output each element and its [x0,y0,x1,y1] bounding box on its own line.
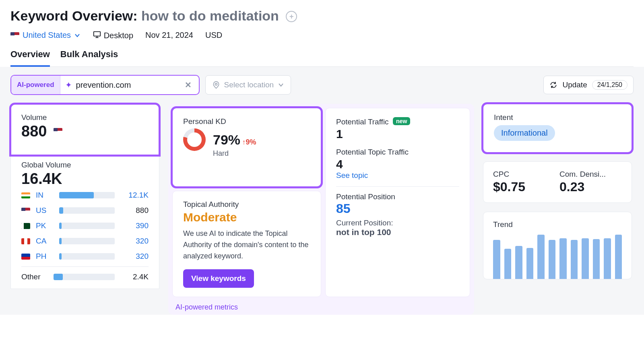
chevron-down-icon [278,82,284,88]
desktop-icon [93,30,101,39]
ai-metrics-panel: Personal KD 79% ↑9% Hard Topi [168,104,474,315]
domain-input[interactable]: prevention.com [76,80,131,90]
volume-card: Volume 880 Global Volume 16.4K IN 12.1K … [10,104,159,289]
refresh-icon [549,81,557,89]
potential-topic-traffic-value: 4 [336,157,459,171]
country-row[interactable]: CA 320 [21,233,149,249]
cpc-card: CPC $0.75 Com. Densi... 0.23 [483,161,632,203]
us-flag-icon [54,128,62,134]
potential-traffic-value: 1 [336,127,459,141]
country-volume: 12.1K [120,191,149,200]
volume-bar [59,207,115,214]
svg-point-1 [215,83,217,85]
topical-authority-card: Topical Authority Moderate We use AI to … [172,191,321,297]
volume-value: 880 [21,123,149,140]
ta-label: Topical Authority [183,200,310,209]
country-row[interactable]: PH 320 [21,249,149,264]
sparkle-icon: ✦ [65,80,72,90]
trend-bar [571,240,578,279]
intent-card: Intent Informational [483,104,632,153]
trend-bar [593,239,600,279]
currency-label: USD [205,31,222,40]
clear-domain-button[interactable]: ✕ [182,80,194,90]
country-row[interactable]: IN 12.1K [21,188,149,203]
trend-bar [537,235,545,279]
flag-icon [21,208,30,214]
potential-position-value: 85 [336,201,459,216]
trend-card: Trend [483,212,632,279]
volume-bar [59,223,115,229]
personal-kd-label: Personal KD [183,117,310,126]
see-topic-link[interactable]: See topic [336,171,368,180]
country-code: IN [36,191,54,200]
flag-icon [21,254,30,260]
update-count: 24/1,250 [592,80,627,90]
potential-traffic-label: Potential Traffic [336,118,389,126]
kd-delta: ↑9% [242,138,256,146]
personal-kd-card: Personal KD 79% ↑9% Hard [172,108,321,187]
divider [21,266,149,267]
intent-chip[interactable]: Informational [494,125,555,141]
country-code: CA [36,237,54,246]
com-density-value: 0.23 [559,180,622,194]
flag-icon [21,192,30,198]
tab-overview[interactable]: Overview [10,49,50,67]
kd-difficulty: Hard [213,149,310,158]
domain-input-group: AI-powered ✦ prevention.com ✕ [10,75,200,95]
tab-bulk-analysis[interactable]: Bulk Analysis [60,49,118,67]
current-position-label: Current Position: [336,219,459,227]
current-position-value: not in top 100 [336,227,459,237]
new-badge: new [393,117,410,125]
trend-bar [493,240,500,279]
country-other-row: Other 2.4K [21,269,149,285]
global-volume-label: Global Volume [21,161,149,169]
us-flag-icon [10,32,19,38]
potential-topic-traffic-label: Potential Topic Traffic [336,148,459,157]
potential-traffic-card: Potential Traffic new 1 Potential Topic … [325,108,470,297]
device-selector[interactable]: Desktop [93,30,133,40]
trend-bar [549,240,556,279]
flag-icon [21,238,30,244]
kd-percent: 79% [213,132,240,147]
potential-position-label: Potential Position [336,192,459,201]
trend-bar [515,246,522,279]
ai-metrics-footer: AI-powered metrics [175,303,238,312]
volume-bar [59,238,115,244]
header-keyword: how to do meditation [141,8,279,23]
kd-donut-chart [183,128,206,151]
country-row[interactable]: US 880 [21,203,149,218]
country-code: PK [36,221,54,230]
add-keyword-button[interactable]: + [286,11,297,22]
com-density-label: Com. Densi... [559,170,622,179]
ai-powered-chip: AI-powered [11,76,60,94]
country-row[interactable]: PK 390 [21,218,149,233]
country-volume: 390 [120,221,149,230]
location-selector[interactable]: Select location [205,75,291,95]
cpc-value: $0.75 [493,180,555,194]
ta-value: Moderate [183,211,310,224]
view-keywords-button[interactable]: View keywords [183,269,254,288]
flag-icon [21,223,30,229]
trend-bar [582,238,589,279]
trend-bar [504,249,512,279]
cpc-label: CPC [493,170,555,179]
country-volume: 320 [120,237,149,246]
country-selector[interactable]: United States [10,31,80,40]
country-code: PH [36,252,54,261]
trend-label: Trend [493,220,622,229]
date-label: Nov 21, 2024 [145,31,193,40]
country-volume: 880 [120,206,149,215]
page-title: Keyword Overview: how to do meditation + [10,8,634,24]
update-button[interactable]: Update 24/1,250 [543,76,634,94]
divider [336,186,459,187]
trend-bar [604,238,611,279]
country-code: US [36,206,54,215]
location-pin-icon [212,81,220,89]
volume-bar [59,192,115,198]
trend-bar [559,238,567,279]
trend-bar [526,248,534,279]
global-volume-value: 16.4K [21,170,149,188]
chevron-down-icon [74,32,80,39]
trend-bar [615,235,622,279]
intent-label: Intent [494,113,621,122]
